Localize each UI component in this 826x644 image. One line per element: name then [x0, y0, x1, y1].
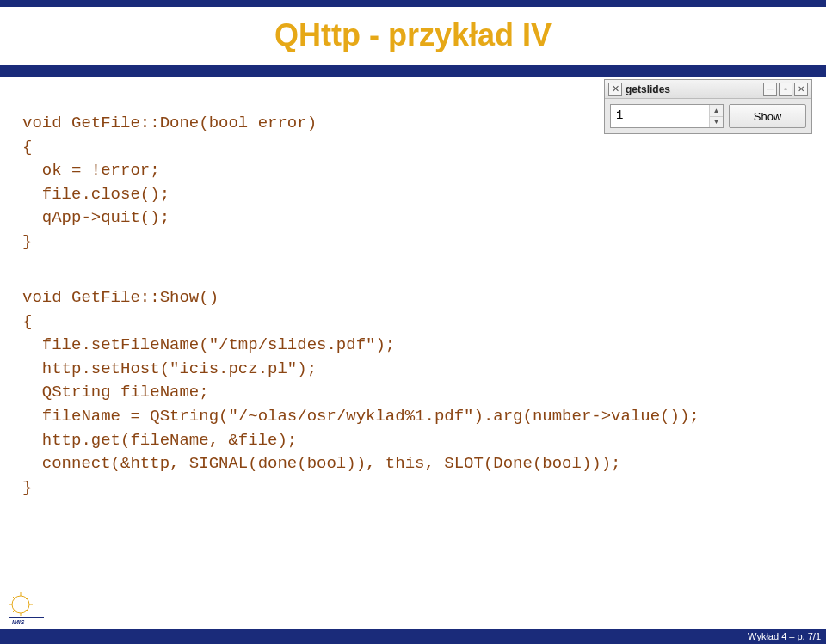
svg-text:IMIS: IMIS: [12, 619, 25, 625]
code-block-1: void GetFile::Done(bool error) { ok = !e…: [22, 112, 805, 254]
footer-bar: Wykład 4 – p. 7/1: [0, 629, 826, 644]
svg-rect-10: [9, 617, 44, 618]
content-area: void GetFile::Done(bool error) { ok = !e…: [0, 77, 826, 500]
code-block-2: void GetFile::Show() { file.setFileName(…: [22, 286, 805, 500]
page-number: Wykład 4 – p. 7/1: [748, 631, 821, 641]
institution-logo: IMIS: [7, 592, 53, 627]
title-area: QHttp - przykład IV: [0, 7, 826, 60]
top-accent-bar: [0, 0, 826, 7]
spacer: [22, 254, 805, 286]
slide-title: QHttp - przykład IV: [0, 17, 826, 53]
title-underbar: [0, 65, 826, 77]
